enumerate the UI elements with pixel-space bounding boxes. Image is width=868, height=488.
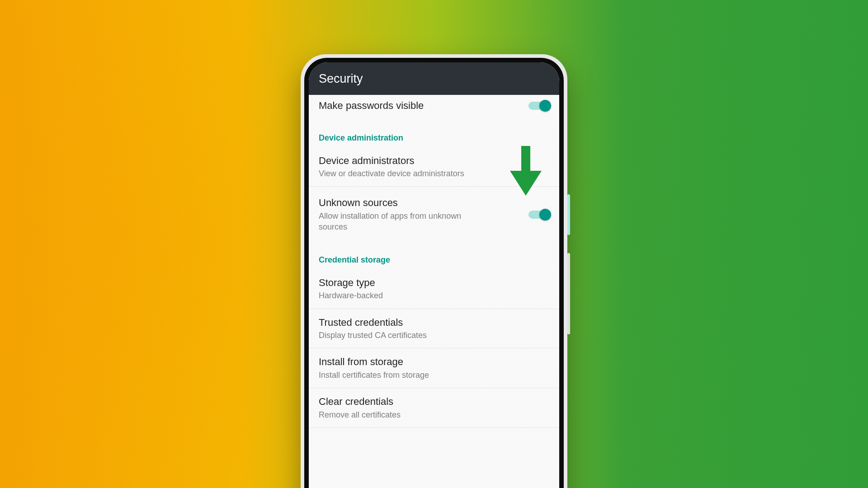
row-title: Device administrators xyxy=(319,155,549,168)
row-storage-type[interactable]: Storage type Hardware-backed xyxy=(309,269,559,309)
toggle-make-passwords-visible[interactable] xyxy=(528,102,549,110)
row-title: Make passwords visible xyxy=(319,99,524,113)
volume-button xyxy=(567,253,570,334)
row-subtitle: Allow installation of apps from unknown … xyxy=(319,211,481,233)
row-subtitle: Remove all certificates xyxy=(319,409,549,420)
phone-bezel: Security Make passwords visible Device a… xyxy=(304,58,564,488)
toggle-unknown-sources[interactable] xyxy=(528,211,549,219)
row-title: Trusted credentials xyxy=(319,316,549,329)
row-clear-credentials[interactable]: Clear credentials Remove all certificate… xyxy=(309,388,559,428)
device-screen: Security Make passwords visible Device a… xyxy=(309,62,559,488)
row-make-passwords-visible[interactable]: Make passwords visible xyxy=(309,95,559,121)
row-subtitle: View or deactivate device administrators xyxy=(319,168,549,179)
row-trusted-credentials[interactable]: Trusted credentials Display trusted CA c… xyxy=(309,309,559,349)
phone-mockup: Security Make passwords visible Device a… xyxy=(301,54,567,488)
row-unknown-sources[interactable]: Unknown sources Allow installation of ap… xyxy=(309,187,559,242)
settings-list[interactable]: Make passwords visible Device administra… xyxy=(309,95,559,488)
row-title: Storage type xyxy=(319,277,549,290)
row-subtitle: Hardware-backed xyxy=(319,290,549,301)
page-title: Security xyxy=(319,72,363,86)
appbar: Security xyxy=(309,62,559,95)
toggle-knob xyxy=(539,100,551,112)
section-device-administration: Device administration xyxy=(309,121,559,147)
row-install-from-storage[interactable]: Install from storage Install certificate… xyxy=(309,348,559,388)
row-subtitle: Install certificates from storage xyxy=(319,370,549,380)
row-device-administrators[interactable]: Device administrators View or deactivate… xyxy=(309,147,559,187)
row-title: Install from storage xyxy=(319,356,549,369)
row-subtitle: Display trusted CA certificates xyxy=(319,330,549,341)
section-credential-storage: Credential storage xyxy=(309,243,559,269)
power-button xyxy=(567,194,570,235)
row-title: Clear credentials xyxy=(319,395,549,408)
row-title: Unknown sources xyxy=(319,197,524,210)
toggle-knob xyxy=(539,209,551,221)
